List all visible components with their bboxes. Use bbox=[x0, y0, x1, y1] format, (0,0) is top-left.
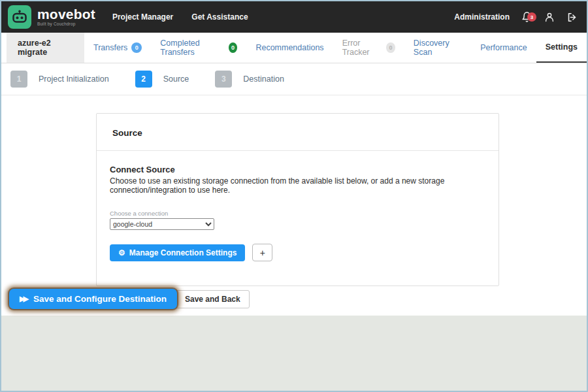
save-back-label: Save and Back bbox=[185, 295, 240, 304]
brand-name: movebot bbox=[37, 7, 95, 21]
tab-discovery-scan[interactable]: Discovery Scan bbox=[404, 33, 471, 63]
main-content: Source Connect Source Choose to use an e… bbox=[1, 95, 587, 316]
tab-label: Performance bbox=[480, 43, 527, 52]
step-number: 3 bbox=[215, 71, 232, 88]
movebot-logo[interactable] bbox=[8, 5, 31, 29]
manage-connection-settings-button[interactable]: ⚙ Manage Connection Settings bbox=[110, 244, 245, 261]
source-card: Source Connect Source Choose to use an e… bbox=[96, 113, 499, 286]
save-and-configure-destination-button[interactable]: ▶▶ Save and Configure Destination bbox=[9, 289, 177, 309]
manage-button-label: Manage Connection Settings bbox=[129, 248, 237, 257]
tab-label: Discovery Scan bbox=[414, 39, 462, 57]
tab-completed-transfers[interactable]: Completed Transfers 0 bbox=[151, 33, 246, 63]
tab-transfers[interactable]: Transfers 0 bbox=[84, 33, 151, 63]
step-number: 2 bbox=[135, 71, 152, 88]
top-navbar: movebot Built by Couchdrop Project Manag… bbox=[1, 1, 587, 33]
transfers-count-badge: 0 bbox=[131, 42, 142, 53]
connect-source-description: Choose to use an existing storage connec… bbox=[110, 176, 483, 195]
error-tracker-count-badge: 0 bbox=[386, 42, 395, 53]
tab-performance[interactable]: Performance bbox=[471, 33, 536, 63]
tab-label: Recommendations bbox=[255, 43, 323, 52]
nav-link-project-manager[interactable]: Project Manager bbox=[112, 12, 173, 22]
completed-transfers-count-badge: 0 bbox=[229, 42, 238, 53]
nav-links: Project Manager Get Assistance bbox=[112, 12, 248, 22]
nav-link-get-assistance[interactable]: Get Assistance bbox=[191, 12, 248, 22]
tab-project-name[interactable]: azure-e2 migrate bbox=[7, 33, 84, 63]
connection-field-label: Choose a connection bbox=[110, 210, 483, 217]
save-and-back-button[interactable]: Save and Back bbox=[176, 290, 250, 308]
connection-buttons-row: ⚙ Manage Connection Settings + bbox=[110, 244, 483, 261]
robot-icon bbox=[11, 8, 28, 25]
user-menu-button[interactable] bbox=[544, 12, 555, 23]
plus-icon: + bbox=[260, 248, 265, 258]
tab-error-tracker[interactable]: Error Tracker 0 bbox=[333, 33, 404, 63]
tab-settings[interactable]: Settings bbox=[536, 33, 587, 63]
brand-text: movebot Built by Couchdrop bbox=[37, 7, 95, 27]
tab-label: Settings bbox=[546, 42, 578, 52]
fast-forward-icon: ▶▶ bbox=[20, 295, 27, 303]
gear-icon: ⚙ bbox=[118, 248, 125, 257]
navbar-right: Administration 3 bbox=[454, 11, 578, 23]
save-next-label: Save and Configure Destination bbox=[33, 294, 167, 304]
notifications-button[interactable]: 3 bbox=[521, 11, 532, 23]
logout-button[interactable] bbox=[566, 12, 578, 23]
tab-label: Transfers bbox=[93, 43, 127, 52]
step-label: Source bbox=[163, 74, 189, 84]
add-connection-button[interactable]: + bbox=[252, 244, 272, 261]
step-destination[interactable]: 3 Destination bbox=[215, 71, 284, 88]
page-footer bbox=[1, 316, 587, 391]
connection-select[interactable]: google-cloud bbox=[110, 218, 214, 230]
source-card-body: Connect Source Choose to use an existing… bbox=[97, 151, 498, 286]
brand-tagline: Built by Couchdrop bbox=[37, 22, 95, 27]
tab-label: Error Tracker bbox=[342, 39, 383, 57]
step-label: Destination bbox=[243, 74, 284, 84]
bottom-actions: ▶▶ Save and Configure Destination Save a… bbox=[9, 289, 250, 309]
step-project-initialization[interactable]: 1 Project Initialization bbox=[10, 71, 109, 88]
notification-count-badge: 3 bbox=[527, 12, 536, 22]
tab-recommendations[interactable]: Recommendations bbox=[246, 33, 333, 63]
connect-source-title: Connect Source bbox=[110, 165, 483, 174]
project-tab-bar: azure-e2 migrate Transfers 0 Completed T… bbox=[1, 33, 587, 63]
nav-link-administration[interactable]: Administration bbox=[454, 12, 510, 22]
settings-stepper: 1 Project Initialization 2 Source 3 Dest… bbox=[1, 63, 587, 95]
step-source[interactable]: 2 Source bbox=[135, 71, 189, 88]
source-card-header: Source bbox=[97, 114, 498, 151]
user-icon bbox=[544, 12, 555, 23]
tab-label: Completed Transfers bbox=[160, 39, 225, 57]
logout-icon bbox=[566, 12, 578, 23]
card-title: Source bbox=[112, 128, 483, 138]
step-label: Project Initialization bbox=[39, 74, 109, 84]
step-number: 1 bbox=[10, 71, 27, 88]
